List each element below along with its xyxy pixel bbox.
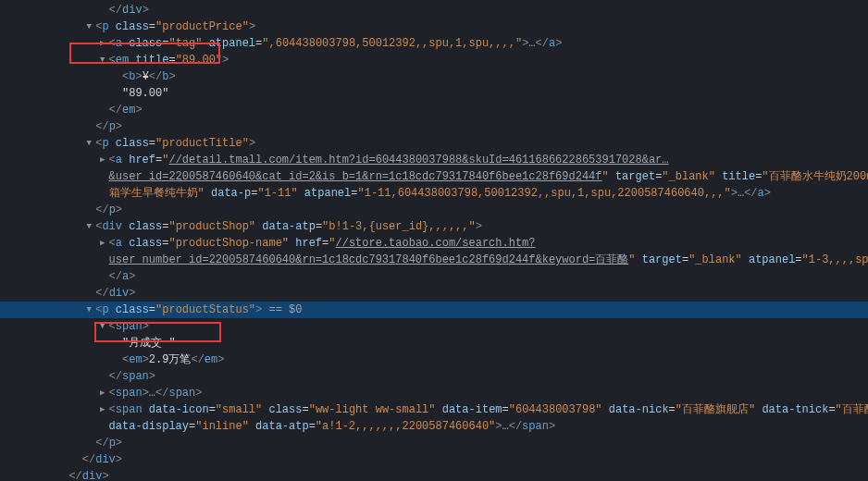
token-text-str (143, 403, 149, 416)
code-line[interactable]: ▼<em title="89.00"> (0, 52, 868, 68)
token-attr-eq: = (309, 420, 316, 433)
token-attr-name: data-display (109, 420, 189, 433)
code-line[interactable]: ▼<p class="productPrice"> (0, 18, 868, 35)
code-line[interactable]: </span> (0, 368, 868, 385)
token-text-str: 2.9万笔 (149, 353, 192, 366)
token-attr-name: data-p (211, 187, 251, 200)
token-tag-name: span (116, 320, 143, 333)
code-line[interactable]: </div> (0, 2, 868, 18)
token-attr-name: href (129, 154, 155, 166)
token-tag-bracket: > (116, 120, 122, 133)
token-tag-bracket: > (102, 470, 108, 481)
token-tag-name: div (95, 453, 116, 466)
token-attr-val: ",604438003798,50012392,,spu,1,spu,,,," (262, 37, 522, 50)
token-attr-eq: = (149, 20, 155, 33)
token-attr-name: atpanel (749, 253, 795, 266)
token-attr-eq: = (828, 403, 835, 416)
token-attr-val: "604438003798" (509, 403, 602, 416)
expand-toggle-open-icon[interactable]: ▼ (98, 52, 107, 68)
token-tag-bracket: </ (95, 437, 108, 450)
code-line[interactable]: ▶<a href="//detail.tmall.com/item.htm?id… (0, 152, 868, 168)
token-tag-bracket: </ (68, 470, 81, 481)
code-line[interactable]: user_number_id=2200587460640&rn=1c18cdc7… (0, 252, 868, 268)
token-ulink: //detail.tmall.com/item.htm?id=604438003… (168, 154, 668, 166)
code-line[interactable]: </div> (0, 468, 868, 481)
devtools-elements-panel[interactable]: </div> ▼<p class="productPrice"> ▶<a cla… (0, 0, 868, 481)
token-tag-bracket: > (116, 204, 122, 216)
expand-toggle-open-icon[interactable]: ▼ (84, 302, 93, 318)
token-tag-bracket: > (168, 70, 175, 83)
code-line[interactable]: ▶<span>…</span> (0, 385, 868, 401)
code-line[interactable]: "89.00" (0, 85, 868, 102)
token-tag-bracket: > (476, 220, 482, 233)
token-tag-name: em (116, 54, 129, 67)
code-line[interactable]: ▶<a class="productShop-name" href="//sto… (0, 235, 868, 252)
no-toggle (98, 185, 107, 202)
code-line[interactable]: </p> (0, 202, 868, 218)
code-line[interactable]: <em>2.9万笔</em> (0, 352, 868, 368)
code-line[interactable]: </div> (0, 451, 868, 468)
token-text-str (109, 137, 116, 150)
token-attr-name: atpanel (304, 187, 351, 200)
code-line[interactable]: ▼<p class="productTitle"> (0, 135, 868, 152)
expand-toggle-open-icon[interactable]: ▼ (98, 318, 107, 335)
token-tag-bracket: > (549, 420, 555, 433)
token-attr-name: data-item (442, 403, 502, 416)
token-attr-val: "productPrice" (155, 20, 249, 33)
code-line[interactable]: <b>¥</b> (0, 68, 868, 85)
code-line[interactable]: ▼<p class="productStatus"> == $0 (0, 302, 868, 318)
code-line[interactable]: </a> (0, 268, 868, 285)
token-tag-bracket: </ (109, 370, 122, 383)
code-line[interactable]: "月成交 " (0, 335, 868, 352)
no-toggle (71, 451, 81, 468)
code-line[interactable]: </em> (0, 102, 868, 118)
expand-toggle-open-icon[interactable]: ▼ (84, 18, 93, 35)
token-attr-name: class (116, 20, 149, 33)
expand-toggle-closed-icon[interactable]: ▶ (98, 401, 107, 418)
token-ulink: //store.taobao.com/search.htm? (335, 237, 535, 250)
expand-toggle-open-icon[interactable]: ▼ (84, 218, 93, 235)
token-tag-bracket: > (764, 187, 771, 200)
code-line[interactable]: </p> (0, 118, 868, 135)
no-toggle (84, 285, 93, 302)
token-text-str (109, 303, 116, 316)
token-tag-bracket: > (195, 387, 202, 400)
token-tag-bracket: > (116, 453, 122, 466)
token-attr-val: "inline" (195, 420, 249, 433)
token-attr-val: "百菲酪水牛纯奶200ml*10盒*2提整 (762, 170, 868, 183)
code-line[interactable]: </div> (0, 285, 868, 302)
code-line[interactable]: </p> (0, 435, 868, 451)
expand-toggle-closed-icon[interactable]: ▶ (98, 35, 107, 52)
token-tag-bracket: </ (82, 453, 95, 466)
no-toggle (98, 168, 107, 185)
token-tag-bracket: > (249, 20, 255, 33)
token-tag-bracket: > (143, 320, 149, 333)
code-line[interactable]: ▶<a class="tag" atpanel=",604438003798,5… (0, 35, 868, 52)
token-tag-bracket: </ (509, 420, 522, 433)
token-ellipsis: … (502, 420, 509, 433)
expand-toggle-closed-icon[interactable]: ▶ (98, 235, 107, 252)
code-line[interactable]: ▼<div class="productShop" data-atp="b!1-… (0, 218, 868, 235)
code-line[interactable]: data-display="inline" data-atp="a!1-2,,,… (0, 418, 868, 435)
code-line[interactable]: ▼<span> (0, 318, 868, 335)
token-tag-name: p (102, 20, 108, 33)
code-line[interactable]: ▶<span data-icon="small" class="ww-light… (0, 401, 868, 418)
token-tag-bracket: </ (109, 104, 122, 117)
code-line[interactable]: &user_id=2200587460640&cat_id=2&is_b=1&r… (0, 168, 868, 185)
token-attr-val: "百菲酪旗舰店" (676, 403, 755, 416)
token-tag-name: p (109, 437, 116, 450)
expand-toggle-closed-icon[interactable]: ▶ (98, 152, 107, 168)
code-line[interactable]: 箱学生早餐纯牛奶" data-p="1-11" atpanel="1-11,60… (0, 185, 868, 202)
token-text-str: ¥ (143, 70, 149, 83)
token-text-str (205, 187, 211, 200)
token-tag-name: span (122, 370, 149, 383)
token-tag-name: em (205, 353, 217, 366)
token-tag-bracket: > (495, 420, 502, 433)
token-attr-val: "productShop-name" (168, 237, 289, 250)
expand-toggle-closed-icon[interactable]: ▶ (98, 385, 107, 401)
token-tag-name: em (129, 353, 142, 366)
expand-toggle-open-icon[interactable]: ▼ (84, 135, 93, 152)
token-attr-val: "productStatus" (155, 303, 255, 316)
token-attr-name: atpanel (209, 37, 255, 50)
no-toggle (98, 418, 107, 435)
